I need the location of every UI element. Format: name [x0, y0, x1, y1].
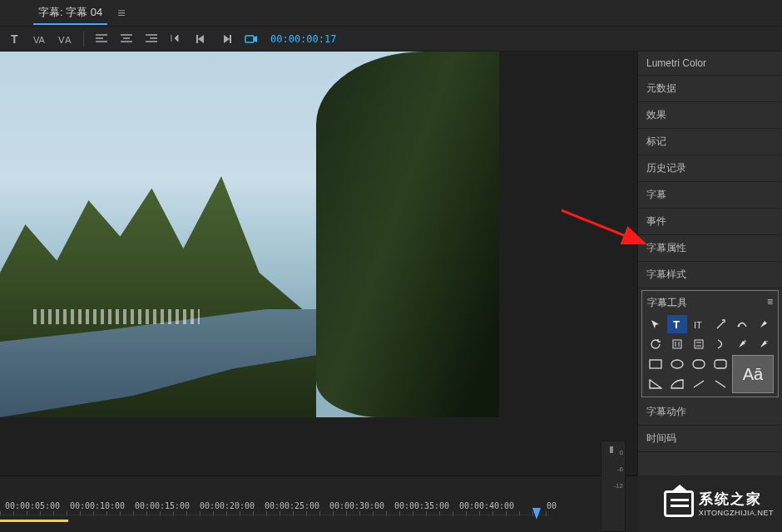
svg-rect-3 — [196, 35, 198, 43]
arc-tool[interactable] — [667, 375, 687, 393]
vu-label: 0 — [613, 445, 623, 461]
tools-panel-title: 字幕工具 — [647, 296, 687, 310]
ruler-tick: 00:00:35:00 — [389, 501, 454, 510]
panel-label: 事件 — [646, 214, 666, 229]
panel-label: 效果 — [646, 108, 666, 122]
panel-title-properties[interactable]: 字幕属性 — [638, 235, 782, 262]
next-marker-button[interactable] — [217, 30, 235, 48]
panel-title-styles[interactable]: 字幕样式 — [638, 262, 782, 288]
ruler-tick-marks — [0, 511, 549, 516]
ruler-labels: 00:00:05:00 00:00:10:00 00:00:15:00 00:0… — [0, 476, 637, 510]
show-video-button[interactable] — [242, 30, 260, 48]
ruler-tick: 00:00:30:00 — [324, 501, 389, 510]
path-type-tool[interactable] — [732, 315, 752, 333]
main-area: Lumetri Color 元数据 效果 标记 历史记录 字幕 事件 字幕属性 … — [0, 52, 782, 475]
title-toolbar: T VA V̲A̲ 00:00:00:17 — [0, 27, 782, 52]
area-type-tool[interactable] — [710, 315, 730, 333]
prev-marker-button[interactable] — [192, 30, 210, 48]
line-tool-2[interactable] — [710, 375, 730, 393]
audio-meter: 0 -6 -12 — [601, 441, 626, 532]
tools-panel-menu-icon[interactable]: ≡ — [767, 296, 773, 310]
ellipse-tool[interactable] — [667, 355, 687, 373]
audio-meter-track — [610, 446, 613, 526]
wedge-tool[interactable] — [646, 375, 666, 393]
align-right-button[interactable] — [142, 30, 161, 48]
font-browser-button[interactable]: Aā — [732, 355, 774, 393]
panel-metadata[interactable]: 元数据 — [638, 76, 782, 102]
panel-lumetri-color[interactable]: Lumetri Color — [638, 52, 782, 76]
ruler-tick: 00:00:05:00 — [0, 501, 65, 510]
canvas-area — [0, 52, 637, 475]
delete-anchor-tool[interactable]: − — [754, 335, 774, 353]
watermark-logo-icon — [664, 490, 694, 517]
panel-timecode[interactable]: 时间码 — [638, 426, 782, 452]
title-tabbar: 字幕: 字幕 04 ≡ — [0, 0, 782, 27]
panel-label: 字幕样式 — [646, 268, 686, 282]
ruler-tick: 00:00:10:00 — [65, 501, 130, 510]
svg-text:−: − — [765, 338, 769, 345]
ruler-tick: 00:00:20:00 — [195, 501, 260, 510]
svg-rect-9 — [673, 340, 681, 348]
video-preview[interactable] — [0, 52, 637, 475]
toolbar-divider — [83, 32, 84, 47]
svg-rect-13 — [650, 360, 661, 368]
vertical-type-tool[interactable]: IT — [689, 315, 709, 333]
svg-text:IT: IT — [694, 320, 702, 330]
timeline-ruler[interactable]: 00:00:05:00 00:00:10:00 00:00:15:00 00:0… — [0, 475, 637, 532]
rounded-rectangle-tool[interactable] — [689, 355, 709, 373]
vu-label: -12 — [613, 478, 623, 495]
tab-stops-button[interactable] — [167, 30, 186, 48]
svg-rect-10 — [695, 340, 703, 348]
panel-label: Lumetri Color — [646, 57, 706, 69]
panel-label: 字幕 — [646, 188, 666, 202]
ruler-line — [0, 515, 549, 515]
ruler-tick: 00:00:25:00 — [260, 501, 324, 510]
tracking-button[interactable]: V̲A̲ — [57, 30, 75, 48]
vertical-path-type-tool[interactable] — [710, 335, 730, 353]
svg-point-8 — [738, 325, 740, 327]
tab-menu-icon[interactable]: ≡ — [117, 6, 125, 21]
watermark-text-cn: 系统之家 — [699, 490, 774, 509]
panel-title-actions[interactable]: 字幕动作 — [638, 399, 782, 426]
svg-point-14 — [671, 360, 683, 368]
ruler-tick: 00:00:40:00 — [454, 501, 519, 510]
vu-label: -6 — [613, 461, 623, 478]
watermark: 系统之家 XITONGZHIJIA.NET — [664, 490, 774, 517]
panel-label: 时间码 — [646, 431, 676, 446]
timecode-display[interactable]: 00:00:00:17 — [270, 33, 336, 45]
side-panel: Lumetri Color 元数据 效果 标记 历史记录 字幕 事件 字幕属性 … — [637, 52, 782, 475]
rotate-tool[interactable] — [646, 335, 666, 353]
panel-events[interactable]: 事件 — [638, 209, 782, 235]
horizontal-area-type-tool[interactable] — [689, 335, 709, 353]
panel-markers[interactable]: 标记 — [638, 129, 782, 155]
ruler-tick: 00 — [519, 501, 584, 510]
svg-rect-16 — [715, 360, 726, 368]
title-tools-panel: 字幕工具 ≡ T IT + − — [641, 290, 779, 397]
rectangle-tool[interactable] — [646, 355, 666, 373]
panel-title[interactable]: 字幕 — [638, 182, 782, 209]
video-frame-placeholder — [0, 52, 499, 417]
kerning-button[interactable]: VA — [32, 30, 50, 48]
type-tool[interactable]: T — [667, 315, 687, 333]
panel-history[interactable]: 历史记录 — [638, 155, 782, 182]
panel-effects[interactable]: 效果 — [638, 102, 782, 129]
selection-tool[interactable] — [646, 315, 666, 333]
align-left-button[interactable] — [92, 30, 111, 48]
ruler-tick: 00:00:15:00 — [130, 501, 195, 510]
zoom-indicator[interactable] — [0, 520, 68, 522]
line-tool[interactable] — [689, 375, 709, 393]
title-tools-grid: T IT + − Aā — [644, 315, 776, 393]
svg-rect-5 — [245, 36, 254, 42]
svg-text:T: T — [673, 318, 680, 330]
svg-rect-15 — [693, 360, 705, 368]
svg-text:V̲A̲: V̲A̲ — [58, 35, 72, 45]
vertical-area-type-tool[interactable] — [667, 335, 687, 353]
bold-button[interactable]: T — [7, 30, 25, 48]
clipped-rectangle-tool[interactable] — [710, 355, 730, 373]
pen-tool[interactable] — [754, 315, 774, 333]
add-anchor-tool[interactable]: + — [732, 335, 752, 353]
align-center-button[interactable] — [117, 30, 136, 48]
panel-label: 标记 — [646, 135, 666, 149]
panel-label: 历史记录 — [646, 161, 686, 175]
active-title-tab[interactable]: 字幕: 字幕 04 — [33, 2, 107, 25]
